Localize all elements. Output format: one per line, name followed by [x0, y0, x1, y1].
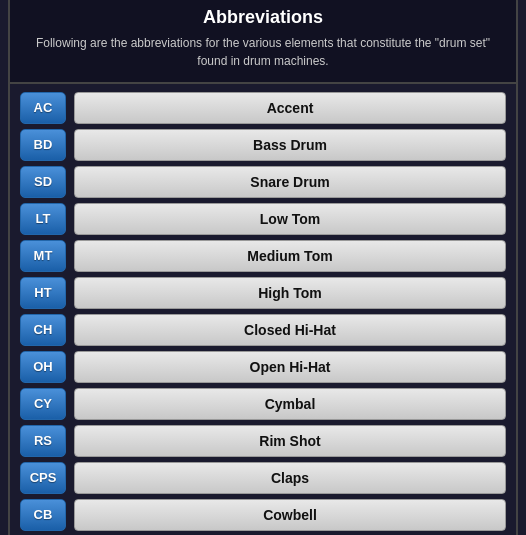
list-item: CPSClaps: [20, 462, 506, 494]
abbreviation-badge: BD: [20, 129, 66, 161]
abbreviation-badge: SD: [20, 166, 66, 198]
list-item: HTHigh Tom: [20, 277, 506, 309]
instrument-name: Claps: [74, 462, 506, 494]
instrument-name: Rim Shot: [74, 425, 506, 457]
abbreviation-badge: CY: [20, 388, 66, 420]
abbreviation-badge: LT: [20, 203, 66, 235]
abbreviation-badge: CPS: [20, 462, 66, 494]
header: Abbreviations Following are the abbrevia…: [10, 0, 516, 84]
abbreviation-badge: CB: [20, 499, 66, 531]
instrument-name: Medium Tom: [74, 240, 506, 272]
list-item: RSRim Shot: [20, 425, 506, 457]
instrument-name: Cowbell: [74, 499, 506, 531]
list-item: SDSnare Drum: [20, 166, 506, 198]
instrument-name: Closed Hi-Hat: [74, 314, 506, 346]
list-item: CHClosed Hi-Hat: [20, 314, 506, 346]
list-item: MTMedium Tom: [20, 240, 506, 272]
instrument-name: Cymbal: [74, 388, 506, 420]
list-item: BDBass Drum: [20, 129, 506, 161]
instrument-name: Bass Drum: [74, 129, 506, 161]
list-item: OHOpen Hi-Hat: [20, 351, 506, 383]
main-container: Abbreviations Following are the abbrevia…: [8, 0, 518, 535]
instrument-name: High Tom: [74, 277, 506, 309]
abbreviation-badge: HT: [20, 277, 66, 309]
list-item: ACAccent: [20, 92, 506, 124]
abbreviation-badge: MT: [20, 240, 66, 272]
instrument-name: Open Hi-Hat: [74, 351, 506, 383]
list-item: CYCymbal: [20, 388, 506, 420]
abbreviation-badge: RS: [20, 425, 66, 457]
abbreviations-list: ACAccentBDBass DrumSDSnare DrumLTLow Tom…: [10, 84, 516, 536]
abbreviation-badge: CH: [20, 314, 66, 346]
instrument-name: Low Tom: [74, 203, 506, 235]
abbreviation-badge: AC: [20, 92, 66, 124]
instrument-name: Accent: [74, 92, 506, 124]
abbreviation-badge: OH: [20, 351, 66, 383]
list-item: LTLow Tom: [20, 203, 506, 235]
page-subtitle: Following are the abbreviations for the …: [26, 34, 500, 70]
page-title: Abbreviations: [26, 7, 500, 28]
instrument-name: Snare Drum: [74, 166, 506, 198]
list-item: CBCowbell: [20, 499, 506, 531]
